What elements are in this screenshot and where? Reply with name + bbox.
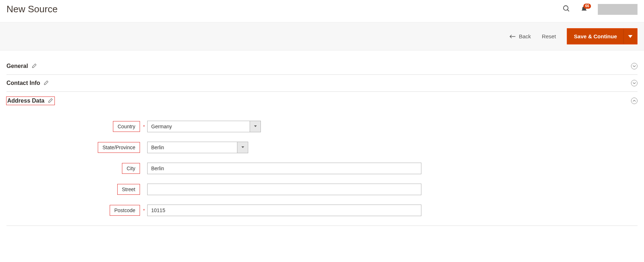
city-input[interactable] <box>147 163 421 174</box>
svg-line-1 <box>568 10 569 12</box>
chevron-down-icon <box>631 80 638 86</box>
postcode-input[interactable] <box>147 205 421 216</box>
street-input[interactable] <box>147 184 421 195</box>
label-postcode: Postcode <box>110 205 140 216</box>
label-city: City <box>122 163 140 174</box>
required-star: * <box>142 124 146 129</box>
section-divider <box>6 226 638 226</box>
section-contact-title: Contact Info <box>6 80 40 86</box>
reset-button[interactable]: Reset <box>542 33 556 39</box>
search-icon[interactable] <box>562 5 570 14</box>
chevron-down-icon <box>237 142 248 153</box>
notifications-icon[interactable]: 66 <box>581 6 588 13</box>
section-contact[interactable]: Contact Info <box>6 75 638 92</box>
edit-icon <box>32 63 37 69</box>
page-title: New Source <box>6 4 562 15</box>
country-value: Germany <box>147 121 250 132</box>
user-menu[interactable] <box>598 4 638 15</box>
svg-marker-3 <box>628 35 632 38</box>
reset-label: Reset <box>542 33 556 39</box>
section-address[interactable]: Address Data <box>6 92 638 110</box>
chevron-down-icon <box>631 63 638 69</box>
country-select[interactable]: Germany <box>147 121 261 132</box>
label-state: State/Province <box>98 142 140 153</box>
save-dropdown-toggle[interactable] <box>623 29 637 44</box>
edit-icon <box>44 80 49 86</box>
save-continue-button[interactable]: Save & Continue <box>568 29 623 44</box>
chevron-down-icon <box>250 121 261 132</box>
save-button-group: Save & Continue <box>567 28 638 44</box>
label-street: Street <box>117 184 140 195</box>
address-form: Country * Germany State/Province Berlin <box>6 110 638 226</box>
chevron-up-icon <box>631 98 638 104</box>
action-bar: Back Reset Save & Continue <box>0 22 644 51</box>
section-address-title: Address Data <box>6 97 44 105</box>
page-header: New Source 66 <box>0 0 644 22</box>
row-street: Street <box>6 184 638 195</box>
svg-point-0 <box>564 6 568 10</box>
back-label: Back <box>519 33 531 39</box>
section-general[interactable]: General <box>6 58 638 75</box>
section-general-title: General <box>6 63 28 69</box>
row-postcode: Postcode * <box>6 205 638 216</box>
svg-marker-4 <box>254 125 257 127</box>
edit-icon <box>48 98 54 104</box>
label-country: Country <box>113 121 140 132</box>
row-state: State/Province Berlin <box>6 142 638 153</box>
back-button[interactable]: Back <box>509 33 531 39</box>
required-star: * <box>142 208 146 213</box>
header-actions: 66 <box>562 4 638 15</box>
content-area: General Contact Info Address Data <box>0 51 644 240</box>
svg-marker-5 <box>241 146 244 148</box>
notifications-badge: 66 <box>583 4 591 9</box>
state-select[interactable]: Berlin <box>147 142 248 153</box>
row-country: Country * Germany <box>6 121 638 132</box>
state-value: Berlin <box>147 142 237 153</box>
row-city: City <box>6 163 638 174</box>
